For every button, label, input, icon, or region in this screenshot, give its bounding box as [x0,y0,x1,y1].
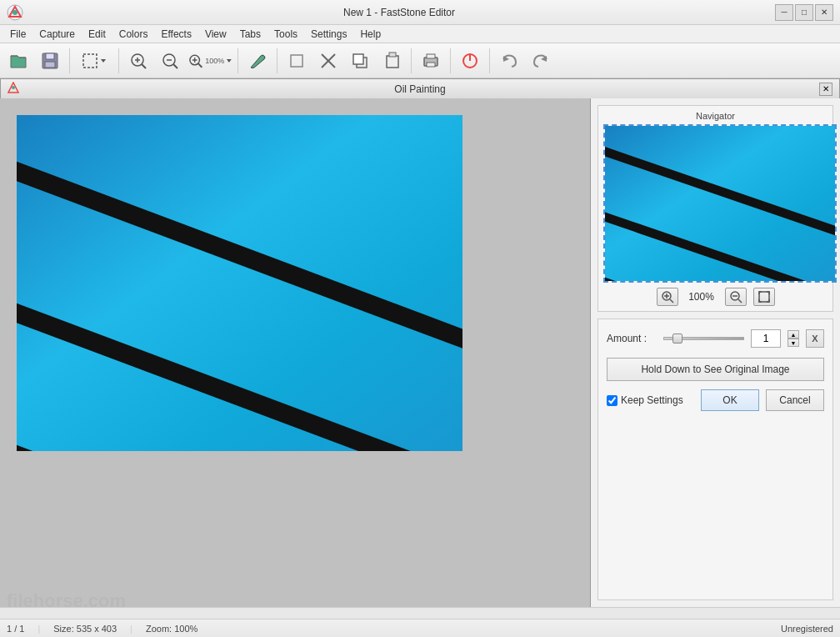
toolbar-zoom-out-btn[interactable] [155,46,185,76]
effect-panel-close-btn[interactable]: ✕ [819,83,832,96]
bottom-row: Keep Settings OK Cancel [607,389,824,411]
keep-settings-label[interactable]: Keep Settings [607,394,694,406]
cancel-button[interactable]: Cancel [766,389,824,411]
svg-rect-5 [45,62,55,68]
toolbar-save-btn[interactable] [35,46,65,76]
status-size: Size: 535 x 403 [53,624,117,634]
minimize-button[interactable]: ─ [775,4,793,21]
toolbar-close-btn[interactable] [455,46,485,76]
menu-item-help[interactable]: Help [353,27,388,42]
svg-rect-25 [387,56,398,68]
svg-marker-19 [227,59,232,63]
navigator-image [603,124,837,283]
svg-rect-29 [427,63,435,67]
menu-item-effects[interactable]: Effects [154,27,198,42]
horizontal-scrollbar[interactable] [0,607,840,619]
toolbar-zoom-in-btn[interactable] [123,46,153,76]
effect-controls: Amount : ▲ ▼ X Hold Down to See Original… [598,318,833,600]
svg-rect-20 [291,55,302,67]
toolbar-sep-5 [411,48,412,73]
amount-slider-thumb[interactable] [672,334,682,344]
menu-item-view[interactable]: View [198,27,233,42]
menu-item-edit[interactable]: Edit [82,27,112,42]
effect-panel-title-bar: Oil Painting ✕ [0,78,840,98]
zoom-level-label: 100% [685,291,718,303]
status-pages: 1 / 1 [7,624,24,634]
keep-settings-text: Keep Settings [621,394,683,406]
app-icon [7,4,23,21]
nav-fit-btn[interactable] [753,288,775,306]
canvas-area[interactable] [0,98,590,607]
toolbar-redo-btn[interactable] [526,46,556,76]
svg-line-49 [738,299,742,303]
status-bar: 1 / 1 | Size: 535 x 403 | Zoom: 100% Unr… [0,619,840,637]
toolbar-sep-3 [238,48,238,73]
svg-line-16 [198,63,202,67]
keep-settings-checkbox[interactable] [607,395,618,406]
status-zoom: Zoom: 100% [146,624,198,634]
svg-line-9 [142,64,146,68]
amount-value-input[interactable] [751,329,781,348]
nav-zoom-in-btn[interactable] [657,288,678,306]
svg-marker-7 [101,59,106,63]
navigator-controls: 100% [603,288,828,306]
svg-rect-26 [389,53,396,57]
toolbar-sep-7 [489,48,490,73]
nav-zoom-out-btn[interactable] [725,288,747,306]
menu-item-settings[interactable]: Settings [304,27,353,42]
svg-line-45 [670,299,673,303]
toolbar-copy-btn[interactable] [345,46,375,76]
menu-item-file[interactable]: File [3,27,32,42]
toolbar-brush-btn[interactable] [242,46,272,76]
toolbar-sep-4 [277,48,278,73]
toolbar-sep-6 [450,48,451,73]
status-registration: Unregistered [781,624,833,634]
window-controls: ─ □ ✕ [775,4,833,21]
app-container: New 1 - FastStone Editor ─ □ ✕ FileCaptu… [0,0,840,637]
menu-item-tools[interactable]: Tools [268,27,304,42]
svg-rect-24 [353,54,363,64]
navigator-section: Navigator [598,105,833,312]
svg-rect-6 [83,54,97,68]
amount-slider[interactable] [663,337,744,340]
amount-spinner: ▲ ▼ [788,330,799,347]
menu-item-colors[interactable]: Colors [112,27,155,42]
panel-icon [8,82,21,96]
effect-panel-title: Oil Painting [21,83,819,95]
maximize-button[interactable]: □ [795,4,813,21]
main-image [17,115,462,451]
toolbar-open-btn[interactable] [3,46,33,76]
menu-item-tabs[interactable]: Tabs [233,27,268,42]
amount-spin-down[interactable]: ▼ [788,339,799,347]
svg-line-13 [173,64,178,68]
navigator-label: Navigator [603,111,828,121]
toolbar-cut-btn[interactable] [313,46,343,76]
toolbar-paste-btn[interactable] [377,46,407,76]
amount-control-row: Amount : ▲ ▼ X [607,329,824,348]
ok-button[interactable]: OK [701,389,759,411]
hold-down-btn[interactable]: Hold Down to See Original Image [607,358,824,381]
amount-spin-up[interactable]: ▲ [788,330,799,339]
toolbar-undo-btn[interactable] [494,46,524,76]
svg-rect-4 [46,53,54,59]
toolbar-select-btn[interactable] [74,46,114,76]
title-bar: New 1 - FastStone Editor ─ □ ✕ [0,0,840,25]
menu-bar: FileCaptureEditColorsEffectsViewTabsTool… [0,25,840,43]
amount-reset-btn[interactable]: X [806,329,824,348]
toolbar: 100% [0,43,840,78]
close-button[interactable]: ✕ [815,4,833,21]
right-panel: Navigator [590,98,840,607]
toolbar-zoom-options-btn[interactable]: 100% [187,46,233,76]
title-text: New 1 - FastStone Editor [23,7,775,18]
toolbar-crop-btn[interactable] [282,46,312,76]
amount-label: Amount : [607,333,657,344]
menu-item-capture[interactable]: Capture [32,27,82,42]
content-area: Navigator [0,98,840,607]
svg-point-35 [12,86,15,89]
svg-point-2 [12,10,18,15]
toolbar-sep-1 [69,48,70,73]
svg-rect-28 [427,54,435,58]
svg-rect-51 [759,292,769,302]
toolbar-print-btn[interactable] [416,46,446,76]
toolbar-sep-2 [118,48,119,73]
